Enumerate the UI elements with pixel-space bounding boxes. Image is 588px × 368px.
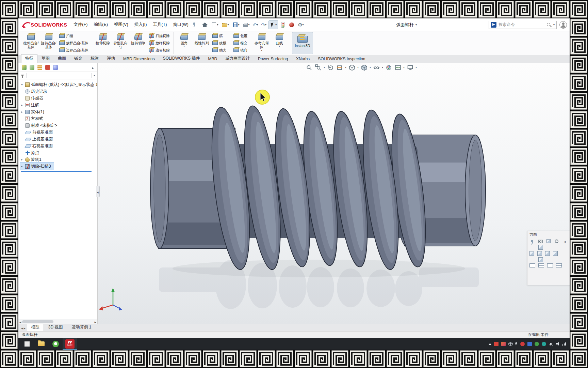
feature-tree-item[interactable]: 原点 (20, 149, 42, 156)
ribbon-tab[interactable]: 草图 (37, 54, 54, 63)
left-view-icon[interactable] (545, 251, 550, 256)
ribbon-tab[interactable]: XNurbs (292, 55, 314, 63)
ribbon-tab[interactable]: Power Surfacing (254, 55, 292, 63)
pin-icon[interactable] (529, 239, 535, 244)
tab-scroll-left-icon[interactable] (21, 325, 23, 330)
scroll-left-icon[interactable] (19, 319, 21, 324)
intersect-button[interactable]: 相交 (232, 40, 248, 47)
ribbon-tab[interactable]: SOLIDWORKS Inspection (314, 55, 369, 63)
instant3d-button[interactable]: Instant3D (292, 32, 313, 54)
feature-manager-tab-icon[interactable] (22, 65, 27, 70)
microphone-icon[interactable] (550, 343, 552, 345)
chevron-down-icon[interactable] (201, 45, 202, 48)
right-view-icon[interactable] (553, 251, 558, 256)
loft-cut-button[interactable]: 放样切除 (148, 40, 171, 47)
ribbon-tab[interactable]: 钣金 (70, 54, 86, 63)
chevron-down-icon[interactable] (324, 66, 325, 69)
scrollbar-thumb[interactable] (22, 320, 53, 323)
expand-arrow-icon[interactable] (20, 158, 24, 161)
ribbon-tab[interactable]: 曲面 (54, 54, 70, 63)
tab-scroll-right-icon[interactable] (23, 325, 25, 330)
chevron-down-icon[interactable] (345, 66, 346, 69)
shell-button[interactable]: 抽壳 (211, 47, 227, 54)
menu-item[interactable]: 窗口(W) (170, 20, 191, 29)
filter-input[interactable] (26, 73, 92, 78)
undo-button[interactable]: ↶ (252, 20, 259, 29)
save-button[interactable] (231, 20, 241, 29)
graphics-area[interactable]: 方向 (98, 63, 570, 324)
extrude-boss-button[interactable]: 拉伸凸台/基体 (22, 32, 40, 54)
apply-scene-icon[interactable] (394, 64, 402, 71)
select-button[interactable] (268, 20, 278, 29)
revolve-cut-button[interactable]: 旋转切除 (129, 32, 147, 54)
boundary-cut-button[interactable]: 边界切除 (148, 47, 171, 54)
previous-view-icon[interactable] (327, 64, 334, 71)
collapse-arrow-icon[interactable] (20, 83, 24, 86)
hidden-icons-chevron-icon[interactable] (489, 343, 491, 345)
wrap-button[interactable]: 包覆 (232, 33, 248, 40)
print-button[interactable] (242, 20, 251, 29)
feature-tree-item[interactable]: 前视基准面 (20, 129, 55, 136)
zoom-to-area-icon[interactable] (314, 64, 322, 71)
chevron-down-icon[interactable] (382, 66, 383, 69)
mirror-button[interactable]: 镜向 (232, 47, 248, 54)
document-tab[interactable]: 运动算例 1 (67, 323, 96, 331)
green-app-tray-icon[interactable] (535, 342, 539, 346)
feature-tree-root[interactable]: 弧面蜗杆 (默认) <<默认>_显示状态 1> (20, 81, 97, 88)
draft-button[interactable]: 拔模 (211, 40, 227, 47)
feature-tree-item[interactable]: 方程式 (20, 115, 46, 122)
feature-tree-item[interactable]: 切除-扫描3 (20, 163, 54, 170)
new-document-button[interactable] (210, 20, 219, 29)
sweep-button[interactable]: 扫描 (58, 33, 89, 40)
isometric-view-icon[interactable] (538, 245, 543, 250)
two-view-vertical-icon[interactable] (547, 263, 553, 267)
options-button[interactable] (297, 20, 305, 29)
redo-button[interactable]: ↷ (260, 20, 267, 29)
extrude-cut-button[interactable]: 拉伸切除 (94, 32, 112, 54)
browser-button[interactable] (48, 338, 63, 350)
top-view-icon[interactable] (538, 257, 543, 262)
feature-tree-item[interactable]: 历史记录 (20, 88, 50, 95)
menu-item[interactable]: 编辑(E) (91, 20, 111, 29)
document-tab[interactable]: 模型 (27, 323, 44, 331)
menu-item[interactable]: 视图(V) (111, 20, 131, 29)
globe-tray-icon[interactable] (508, 342, 513, 346)
worm-gear-model[interactable] (98, 63, 570, 324)
ribbon-tab[interactable]: SOLIDWORKS 插件 (159, 54, 204, 63)
chevron-down-icon[interactable] (261, 49, 262, 52)
expand-tabs-icon[interactable] (92, 65, 94, 70)
chevron-down-icon[interactable] (357, 66, 359, 69)
rollback-bar[interactable] (21, 171, 92, 172)
security-tray-icon[interactable] (494, 342, 499, 346)
sweep-cut-button[interactable]: 扫描切除 (148, 33, 171, 40)
feature-tree-item[interactable]: 旋转1 (20, 156, 44, 163)
two-view-horizontal-icon[interactable] (538, 263, 544, 267)
feature-tree-item[interactable]: 传感器 (20, 95, 46, 102)
back-view-icon[interactable] (537, 251, 542, 256)
document-tab[interactable]: 3D 视图 (44, 323, 67, 331)
configuration-manager-tab-icon[interactable] (37, 65, 42, 70)
document-title-dropdown-icon[interactable] (415, 24, 417, 26)
update-standard-views-icon[interactable] (546, 239, 551, 244)
chevron-down-icon[interactable] (370, 66, 371, 69)
revolve-boss-button[interactable]: 旋转凸台/基体 (40, 32, 58, 54)
ribbon-tab[interactable]: 标注 (86, 54, 103, 63)
ribbon-tab[interactable]: 威力曲面设计 (221, 54, 254, 63)
loft-button[interactable]: 放样凸台/基体 (58, 40, 89, 47)
feature-tree-item[interactable]: 实体(1) (20, 108, 47, 115)
expand-arrow-icon[interactable] (20, 110, 24, 113)
property-manager-tab-icon[interactable] (30, 65, 34, 70)
fillet-button[interactable]: 圆角 (175, 32, 193, 54)
feature-tree-item[interactable]: 注解 (20, 102, 42, 108)
input-tray-icon[interactable] (520, 342, 525, 346)
zoom-to-fit-icon[interactable] (305, 64, 313, 71)
feature-tree-item[interactable]: 右视基准面 (20, 142, 55, 149)
search-launcher-icon[interactable] (491, 22, 496, 28)
hole-wizard-button[interactable]: 异型孔向导 (112, 32, 129, 54)
ribbon-tab[interactable]: MBD Dimensions (119, 55, 159, 63)
teal-app-tray-icon[interactable] (542, 342, 546, 346)
rib-button[interactable]: 筋 (211, 33, 227, 40)
edit-appearance-icon[interactable] (385, 64, 392, 71)
filter-funnel-icon[interactable] (21, 75, 24, 77)
home-button[interactable] (201, 20, 209, 29)
